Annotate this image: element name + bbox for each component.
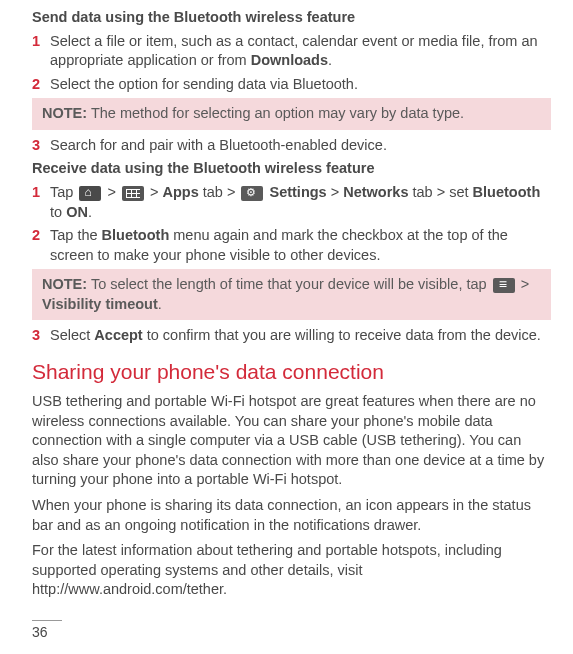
step-number: 1 bbox=[32, 183, 50, 222]
step-number: 1 bbox=[32, 32, 50, 71]
menu-icon bbox=[493, 278, 515, 293]
step-number: 3 bbox=[32, 326, 50, 346]
step-number: 2 bbox=[32, 226, 50, 265]
home-icon bbox=[79, 186, 101, 201]
note-label: NOTE: bbox=[42, 105, 87, 121]
note-label: NOTE: bbox=[42, 276, 87, 292]
step-number: 2 bbox=[32, 75, 50, 95]
sharing-title: Sharing your phone's data connection bbox=[32, 358, 551, 386]
receive-heading: Receive data using the Bluetooth wireles… bbox=[32, 159, 551, 179]
step-text: Tap the Bluetooth menu again and mark th… bbox=[50, 226, 551, 265]
step-text: Tap > > Apps tab > Settings > Networks t… bbox=[50, 183, 551, 222]
note-box-2: NOTE: To select the length of time that … bbox=[32, 269, 551, 320]
step-number: 3 bbox=[32, 136, 50, 156]
step-text: Select a file or item, such as a contact… bbox=[50, 32, 551, 71]
send-step-2: 2 Select the option for sending data via… bbox=[32, 75, 551, 95]
note-text: The method for selecting an option may v… bbox=[87, 105, 464, 121]
send-heading: Send data using the Bluetooth wireless f… bbox=[32, 8, 551, 28]
apps-grid-icon bbox=[122, 186, 144, 201]
receive-step-1: 1 Tap > > Apps tab > Settings > Networks… bbox=[32, 183, 551, 222]
note-text: To select the length of time that your d… bbox=[87, 276, 491, 292]
sharing-paragraph-3: For the latest information about tetheri… bbox=[32, 541, 551, 600]
settings-gear-icon bbox=[241, 186, 263, 201]
sharing-paragraph-1: USB tethering and portable Wi-Fi hotspot… bbox=[32, 392, 551, 490]
send-step-3: 3 Search for and pair with a Bluetooth-e… bbox=[32, 136, 551, 156]
step-text: Select Accept to confirm that you are wi… bbox=[50, 326, 551, 346]
receive-step-3: 3 Select Accept to confirm that you are … bbox=[32, 326, 551, 346]
page-number: 36 bbox=[32, 620, 62, 642]
step-text: Search for and pair with a Bluetooth-ena… bbox=[50, 136, 551, 156]
receive-step-2: 2 Tap the Bluetooth menu again and mark … bbox=[32, 226, 551, 265]
step-text: Select the option for sending data via B… bbox=[50, 75, 551, 95]
send-step-1: 1 Select a file or item, such as a conta… bbox=[32, 32, 551, 71]
note-box-1: NOTE: The method for selecting an option… bbox=[32, 98, 551, 130]
sharing-paragraph-2: When your phone is sharing its data conn… bbox=[32, 496, 551, 535]
